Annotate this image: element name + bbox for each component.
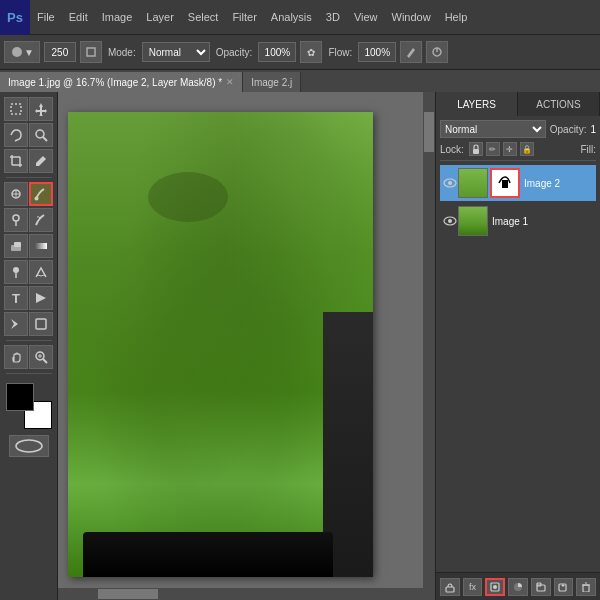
direct-select-tool[interactable]	[4, 312, 28, 336]
history-brush-tool[interactable]	[29, 208, 53, 232]
svg-point-30	[16, 440, 42, 452]
svg-rect-47	[583, 585, 589, 592]
tab-close-image1[interactable]: ✕	[226, 77, 234, 87]
svg-rect-20	[35, 243, 47, 249]
menu-select[interactable]: Select	[181, 0, 226, 35]
path-select-tool[interactable]	[29, 286, 53, 310]
panel-tabs: LAYERS ACTIONS	[436, 92, 600, 116]
layer-item-image1[interactable]: Image 1	[440, 203, 596, 239]
menu-view[interactable]: View	[347, 0, 385, 35]
grass-shadow1	[148, 172, 228, 222]
opacity-input[interactable]	[258, 42, 296, 62]
lock-label: Lock:	[440, 144, 464, 155]
svg-rect-38	[446, 587, 454, 592]
brush-angle-icon	[80, 41, 102, 63]
airbrush-icon[interactable]: ✿	[300, 41, 322, 63]
horizontal-scrollbar[interactable]	[58, 588, 423, 600]
marquee-tool[interactable]	[4, 97, 28, 121]
layer-visibility-image2[interactable]	[442, 175, 458, 191]
scrollbar-thumb-v[interactable]	[424, 112, 434, 152]
tab-layers[interactable]: LAYERS	[436, 92, 518, 116]
link-layers-btn[interactable]	[440, 578, 460, 596]
layer-mask-thumb-image2[interactable]	[490, 168, 520, 198]
main-area: T	[0, 92, 600, 600]
canvas-wrapper	[68, 112, 373, 577]
clone-stamp-tool[interactable]	[4, 208, 28, 232]
brush-preset-picker[interactable]: ▼	[4, 41, 40, 63]
layers-opacity-label: Opacity:	[550, 124, 587, 135]
svg-marker-24	[11, 319, 18, 329]
delete-layer-btn[interactable]	[576, 578, 596, 596]
svg-point-15	[35, 197, 39, 201]
tab-bar: Image 1.jpg @ 16.7% (Image 2, Layer Mask…	[0, 70, 600, 92]
lock-all-btn[interactable]: 🔒	[520, 142, 534, 156]
menu-filter[interactable]: Filter	[225, 0, 263, 35]
menu-file[interactable]: File	[30, 0, 62, 35]
menu-items: File Edit Image Layer Select Filter Anal…	[30, 0, 600, 35]
foreground-color-swatch[interactable]	[6, 383, 34, 411]
color-swatch-area	[6, 383, 52, 429]
layers-fill-label: Fill:	[580, 144, 596, 155]
lock-image-btn[interactable]: ✏	[486, 142, 500, 156]
crop-tool[interactable]	[4, 149, 28, 173]
svg-point-33	[448, 181, 452, 185]
menu-3d[interactable]: 3D	[319, 0, 347, 35]
menu-edit[interactable]: Edit	[62, 0, 95, 35]
svg-rect-1	[87, 48, 95, 56]
tab-image2[interactable]: Image 2.j	[243, 72, 301, 92]
layers-blend-mode-select[interactable]: Normal Multiply Screen	[440, 120, 546, 138]
toolbar: T	[0, 92, 58, 600]
flow-label: Flow:	[328, 47, 352, 58]
new-layer-btn[interactable]	[554, 578, 574, 596]
dodge-tool[interactable]	[4, 260, 28, 284]
gradient-tool[interactable]	[29, 234, 53, 258]
svg-point-6	[36, 130, 44, 138]
healing-tool[interactable]	[4, 182, 28, 206]
lock-move-btn[interactable]: ✛	[503, 142, 517, 156]
layer-item-image2[interactable]: Image 2	[440, 165, 596, 201]
svg-point-0	[12, 47, 22, 57]
lasso-tool[interactable]	[4, 123, 28, 147]
add-style-btn[interactable]: fx	[463, 578, 483, 596]
vertical-scrollbar[interactable]	[423, 92, 435, 600]
svg-marker-23	[36, 293, 46, 303]
pen-tool[interactable]	[29, 260, 53, 284]
blend-mode-select[interactable]: Normal Multiply Screen	[142, 42, 210, 62]
type-tool[interactable]: T	[4, 286, 28, 310]
zoom-tool[interactable]	[29, 345, 53, 369]
menu-help[interactable]: Help	[438, 0, 475, 35]
brush-tool[interactable]	[29, 182, 53, 206]
ps-logo: Ps	[0, 0, 30, 35]
quick-select-tool[interactable]	[29, 123, 53, 147]
eyedropper-tool[interactable]	[29, 149, 53, 173]
scrollbar-thumb-h[interactable]	[98, 589, 158, 599]
options-bar: ▼ Mode: Normal Multiply Screen Opacity: …	[0, 35, 600, 70]
brush-size-input[interactable]	[44, 42, 76, 62]
layer-visibility-image1[interactable]	[442, 213, 458, 229]
add-mask-btn[interactable]	[485, 578, 505, 596]
svg-marker-5	[35, 103, 47, 116]
eraser-tool[interactable]	[4, 234, 28, 258]
svg-rect-4	[11, 104, 21, 114]
shape-tool[interactable]	[29, 312, 53, 336]
menu-analysis[interactable]: Analysis	[264, 0, 319, 35]
add-adjustment-btn[interactable]	[508, 578, 528, 596]
menu-image[interactable]: Image	[95, 0, 140, 35]
menu-layer[interactable]: Layer	[139, 0, 181, 35]
canvas-area	[58, 92, 435, 600]
tab-actions[interactable]: ACTIONS	[518, 92, 600, 116]
svg-rect-19	[14, 242, 21, 247]
lock-transparent-btn[interactable]	[469, 142, 483, 156]
panel-bottom: fx	[436, 572, 600, 600]
stylus-icon[interactable]	[400, 41, 422, 63]
ellipse-shape-btn[interactable]	[9, 435, 49, 457]
svg-line-27	[43, 359, 47, 363]
flow-input[interactable]	[358, 42, 396, 62]
tablet-pressure-icon[interactable]	[426, 41, 448, 63]
new-group-btn[interactable]	[531, 578, 551, 596]
layer-thumb-image2	[458, 168, 488, 198]
menu-window[interactable]: Window	[385, 0, 438, 35]
hand-tool[interactable]	[4, 345, 28, 369]
tab-image1[interactable]: Image 1.jpg @ 16.7% (Image 2, Layer Mask…	[0, 72, 243, 92]
move-tool[interactable]	[29, 97, 53, 121]
